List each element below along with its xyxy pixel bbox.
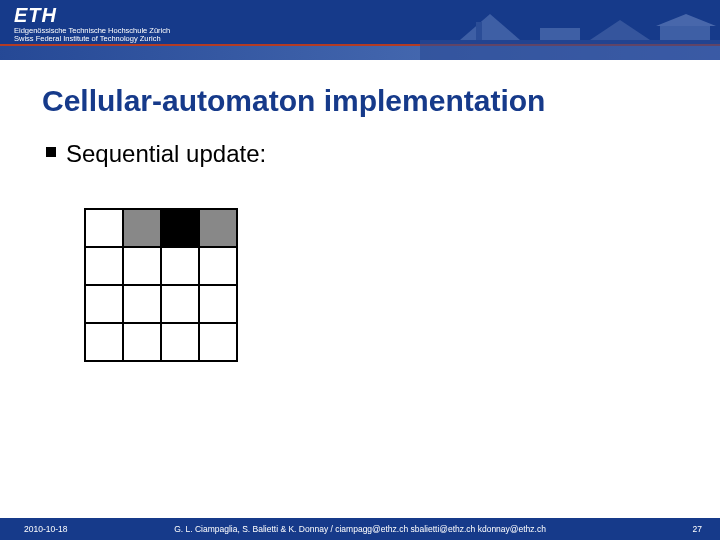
header-bottom-bar bbox=[0, 46, 720, 60]
footer-page-number: 27 bbox=[693, 524, 702, 534]
slide: ETH Eidgenössische Technische Hochschule… bbox=[0, 0, 720, 540]
grid-cell bbox=[85, 285, 123, 323]
grid-cell bbox=[85, 247, 123, 285]
bullet-item: Sequential update: bbox=[46, 140, 266, 168]
grid-row bbox=[85, 247, 237, 285]
grid-row bbox=[85, 323, 237, 361]
grid-cell bbox=[123, 323, 161, 361]
eth-logo-block: ETH Eidgenössische Technische Hochschule… bbox=[14, 4, 170, 44]
footer-authors: G. L. Ciampaglia, S. Balietti & K. Donna… bbox=[0, 524, 720, 534]
grid-cell bbox=[161, 323, 199, 361]
eth-subtext-en: Swiss Federal Institute of Technology Zu… bbox=[14, 35, 170, 43]
grid-cell bbox=[161, 247, 199, 285]
ca-grid-container bbox=[84, 208, 238, 362]
grid-cell bbox=[161, 285, 199, 323]
bullet-text: Sequential update: bbox=[66, 140, 266, 168]
page-title: Cellular-automaton implementation bbox=[42, 84, 545, 118]
grid-row bbox=[85, 209, 237, 247]
grid-row bbox=[85, 285, 237, 323]
grid-cell bbox=[199, 247, 237, 285]
grid-cell bbox=[199, 285, 237, 323]
grid-cell bbox=[123, 209, 161, 247]
footer: 2010-10-18 G. L. Ciampaglia, S. Balietti… bbox=[0, 518, 720, 540]
header-band: ETH Eidgenössische Technische Hochschule… bbox=[0, 0, 720, 62]
grid-cell bbox=[85, 209, 123, 247]
eth-logo-text: ETH bbox=[14, 4, 170, 27]
grid-cell bbox=[123, 247, 161, 285]
grid-cell bbox=[85, 323, 123, 361]
grid-cell bbox=[199, 209, 237, 247]
ca-grid bbox=[84, 208, 238, 362]
grid-cell bbox=[123, 285, 161, 323]
grid-cell bbox=[161, 209, 199, 247]
bullet-marker-icon bbox=[46, 147, 56, 157]
grid-cell bbox=[199, 323, 237, 361]
